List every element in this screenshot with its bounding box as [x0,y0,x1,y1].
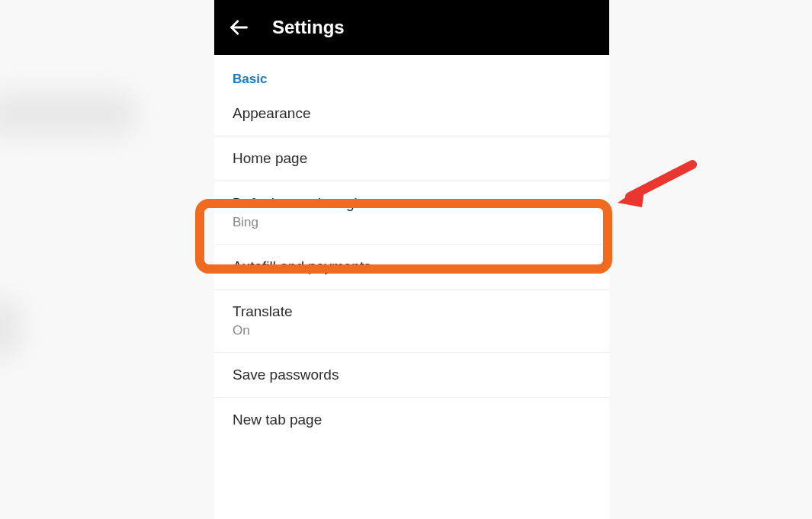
item-title: New tab page [233,412,591,428]
item-title: Translate [233,303,591,320]
blurred-background-shape [0,91,137,137]
item-title: Home page [233,150,591,167]
annotation-arrow-icon [616,159,700,212]
settings-item-translate[interactable]: Translate On [214,290,609,353]
settings-item-homepage[interactable]: Home page [214,136,609,181]
item-title: Default search engine [233,195,591,212]
settings-list: Basic Appearance Home page Default searc… [214,55,609,442]
item-subtitle: Bing [233,215,591,230]
item-title: Autofill and payments [233,258,591,275]
settings-screen: Settings Basic Appearance Home page Defa… [214,0,609,519]
settings-item-new-tab-page[interactable]: New tab page [214,398,609,442]
settings-item-appearance[interactable]: Appearance [214,91,609,136]
item-title: Appearance [233,105,591,122]
settings-item-autofill[interactable]: Autofill and payments [214,245,609,290]
back-arrow-icon[interactable] [228,17,249,38]
settings-item-default-search-engine[interactable]: Default search engine Bing [214,181,609,245]
section-header-basic: Basic [214,55,609,91]
settings-item-save-passwords[interactable]: Save passwords [214,353,609,398]
item-title: Save passwords [233,367,591,383]
app-bar: Settings [214,0,609,55]
item-subtitle: On [233,323,591,338]
blurred-background-shape [0,297,23,358]
page-title: Settings [272,17,345,38]
